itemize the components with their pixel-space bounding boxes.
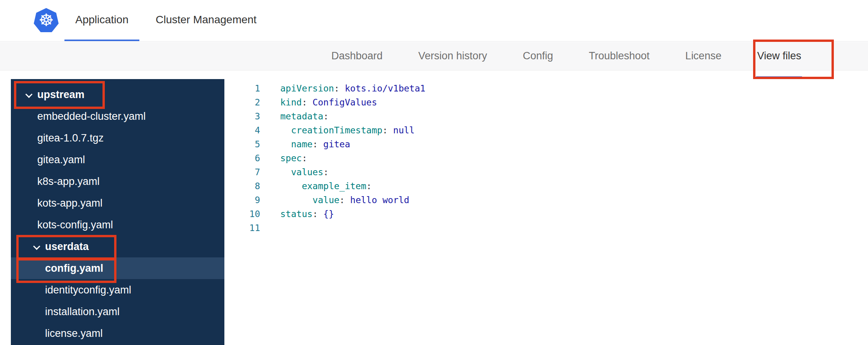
line-number: 3 (224, 109, 260, 123)
tree-item-label: installation.yaml (45, 306, 120, 318)
file-identityconfig-yaml[interactable]: identityconfig.yaml (11, 279, 224, 301)
file-tree-sidebar: upstreamembedded-cluster.yamlgitea-1.0.7… (11, 79, 224, 345)
line-number: 5 (224, 137, 260, 151)
code-line: 9 value: hello world (224, 193, 868, 207)
code-line: 1apiVersion: kots.io/v1beta1 (224, 81, 868, 95)
tree-item-label: k8s-app.yaml (37, 176, 100, 188)
tab-dashboard[interactable]: Dashboard (314, 42, 401, 70)
tree-item-label: gitea.yaml (37, 154, 85, 166)
code-line: 7 values: (224, 165, 868, 179)
file-gitea-yaml[interactable]: gitea.yaml (11, 149, 224, 171)
tree-item-label: kots-config.yaml (37, 219, 113, 231)
folder-userdata[interactable]: userdata (11, 236, 224, 257)
tab-config[interactable]: Config (505, 42, 571, 70)
tab-license[interactable]: License (667, 42, 739, 70)
code-line: 5 name: gitea (224, 137, 868, 151)
active-tab-underline (756, 76, 802, 78)
file-k8s-app-yaml[interactable]: k8s-app.yaml (11, 171, 224, 192)
line-number: 6 (224, 151, 260, 165)
line-number: 8 (224, 179, 260, 193)
line-number: 7 (224, 165, 260, 179)
ship-wheel-glyph: ☸ (33, 8, 59, 33)
file-gitea-1-0-7-tgz[interactable]: gitea-1.0.7.tgz (11, 127, 224, 149)
line-number: 4 (224, 123, 260, 137)
tree-item-label: config.yaml (45, 262, 103, 274)
tab-troubleshoot[interactable]: Troubleshoot (571, 42, 668, 70)
primary-nav: ApplicationCluster Management (64, 0, 267, 41)
code-text: apiVersion: kots.io/v1beta1 (260, 81, 425, 95)
code-text (260, 221, 280, 235)
tree-item-label: upstream (37, 89, 85, 101)
tree-item-label: embedded-cluster.yaml (37, 110, 146, 122)
code-line: 3metadata: (224, 109, 868, 123)
primary-tab-cluster-management[interactable]: Cluster Management (145, 0, 267, 41)
code-text: values: (260, 165, 329, 179)
file-license-yaml[interactable]: license.yaml (11, 323, 224, 344)
code-line: 6spec: (224, 151, 868, 165)
tree-item-label: license.yaml (45, 328, 103, 340)
chevron-down-icon[interactable] (26, 91, 32, 98)
code-editor[interactable]: 1apiVersion: kots.io/v1beta12kind: Confi… (224, 79, 868, 345)
file-installation-yaml[interactable]: installation.yaml (11, 301, 224, 323)
code-text: name: gitea (260, 137, 350, 151)
file-config-yaml[interactable]: config.yaml (11, 257, 224, 279)
code-line: 10status: {} (224, 207, 868, 221)
folder-upstream[interactable]: upstream (11, 84, 224, 105)
line-number: 1 (224, 81, 260, 95)
line-number: 11 (224, 221, 260, 235)
code-line: 4 creationTimestamp: null (224, 123, 868, 137)
code-text: value: hello world (260, 193, 409, 207)
primary-tab-application[interactable]: Application (64, 0, 139, 41)
tab-version-history[interactable]: Version history (401, 42, 505, 70)
code-text: kind: ConfigValues (260, 95, 377, 109)
code-text: metadata: (260, 109, 329, 123)
tree-item-label: userdata (45, 241, 89, 253)
secondary-nav: DashboardVersion historyConfigTroublesho… (0, 42, 868, 71)
chevron-down-icon[interactable] (33, 243, 40, 250)
tab-view-files[interactable]: View files (739, 42, 819, 70)
kubernetes-logo-icon: ☸ (33, 8, 59, 33)
code-text: spec: (260, 151, 307, 165)
code-line: 8 example_item: (224, 179, 868, 193)
code-text: example_item: (260, 179, 372, 193)
line-number: 10 (224, 207, 260, 221)
code-line: 11 (224, 221, 868, 235)
line-number: 9 (224, 193, 260, 207)
tree-item-label: kots-app.yaml (37, 197, 102, 209)
tree-item-label: identityconfig.yaml (45, 284, 131, 296)
file-kots-config-yaml[interactable]: kots-config.yaml (11, 214, 224, 236)
file-embedded-cluster-yaml[interactable]: embedded-cluster.yaml (11, 105, 224, 127)
file-kots-app-yaml[interactable]: kots-app.yaml (11, 192, 224, 214)
line-number: 2 (224, 95, 260, 109)
top-header: ☸ ApplicationCluster Management (0, 0, 868, 41)
tree-item-label: gitea-1.0.7.tgz (37, 132, 104, 144)
app-root: ☸ ApplicationCluster Management Dashboar… (0, 0, 868, 345)
code-text: status: {} (260, 207, 334, 221)
code-line: 2kind: ConfigValues (224, 95, 868, 109)
code-text: creationTimestamp: null (260, 123, 415, 137)
